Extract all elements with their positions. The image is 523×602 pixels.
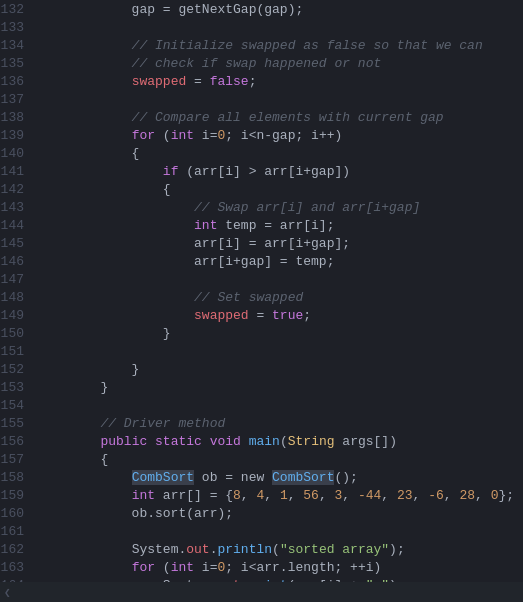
token-comment: // Swap arr[i] and arr[i+gap] xyxy=(38,200,420,215)
line-content: arr[i] = arr[i+gap]; xyxy=(38,236,523,251)
line-number: 135 xyxy=(0,56,38,71)
line-number: 144 xyxy=(0,218,38,233)
line-content: } xyxy=(38,362,523,377)
token-comment: that xyxy=(397,38,428,53)
token-plain: , xyxy=(342,488,358,503)
line-number: 162 xyxy=(0,542,38,557)
token-plain xyxy=(202,434,210,449)
token-plain: ; xyxy=(249,74,257,89)
token-plain: ; i<arr.length; ++i) xyxy=(225,560,381,575)
token-plain: ( xyxy=(155,128,171,143)
token-combsort2: CombSort xyxy=(272,470,334,485)
token-plain: = xyxy=(186,74,209,89)
line-content: for (int i=0; i<n-gap; i++) xyxy=(38,128,523,143)
code-line: 158 CombSort ob = new CombSort(); xyxy=(0,470,523,488)
token-keyword: for xyxy=(132,128,155,143)
token-plain xyxy=(38,74,132,89)
code-line: 144 int temp = arr[i]; xyxy=(0,218,523,236)
token-plain: (arr[i] > arr[i+gap]) xyxy=(178,164,350,179)
token-number: 56 xyxy=(303,488,319,503)
token-plain: , xyxy=(413,488,429,503)
code-line: 163 for (int i=0; i<arr.length; ++i) xyxy=(0,560,523,578)
token-plain: ob.sort(arr); xyxy=(38,506,233,521)
token-plain: i= xyxy=(194,560,217,575)
line-number: 147 xyxy=(0,272,38,287)
line-content: } xyxy=(38,380,523,395)
code-line: 157 { xyxy=(0,452,523,470)
code-line: 145 arr[i] = arr[i+gap]; xyxy=(0,236,523,254)
token-plain: } xyxy=(38,326,171,341)
token-method: main xyxy=(249,434,280,449)
line-content: ob.sort(arr); xyxy=(38,506,523,521)
token-keyword: static xyxy=(155,434,202,449)
token-plain: , xyxy=(444,488,460,503)
line-content: public static void main(String args[]) xyxy=(38,434,523,449)
line-number: 153 xyxy=(0,380,38,395)
token-keyword: for xyxy=(132,560,155,575)
line-number: 157 xyxy=(0,452,38,467)
token-keyword: int xyxy=(194,218,217,233)
token-number: 1 xyxy=(280,488,288,503)
code-line: 151 xyxy=(0,344,523,362)
token-plain: } xyxy=(38,380,108,395)
token-plain: ob = new xyxy=(194,470,272,485)
line-content: System.out.println("sorted array"); xyxy=(38,542,523,557)
code-line: 148 // Set swapped xyxy=(0,290,523,308)
line-number: 149 xyxy=(0,308,38,323)
bottom-arrow: ❮ xyxy=(0,586,11,599)
token-plain: arr[i+gap] = temp; xyxy=(38,254,334,269)
token-plain: , xyxy=(288,488,304,503)
token-keyword: int xyxy=(171,128,194,143)
token-plain: ( xyxy=(155,560,171,575)
token-keyword: false xyxy=(210,74,249,89)
token-plain: ( xyxy=(272,542,280,557)
token-plain: , xyxy=(264,488,280,503)
code-line: 143 // Swap arr[i] and arr[i+gap] xyxy=(0,200,523,218)
line-content: int arr[] = {8, 4, 1, 56, 3, -44, 23, -6… xyxy=(38,488,523,503)
token-plain: arr[] = { xyxy=(155,488,233,503)
line-number: 155 xyxy=(0,416,38,431)
line-number: 134 xyxy=(0,38,38,53)
line-content: gap = getNextGap(gap); xyxy=(38,2,523,17)
line-number: 163 xyxy=(0,560,38,575)
line-number: 151 xyxy=(0,344,38,359)
code-line: 150 } xyxy=(0,326,523,344)
line-content xyxy=(38,272,523,287)
token-plain: } xyxy=(38,362,139,377)
token-plain: }; xyxy=(498,488,514,503)
token-comment: we can xyxy=(428,38,483,53)
line-number: 143 xyxy=(0,200,38,215)
code-line: 136 swapped = false; xyxy=(0,74,523,92)
token-plain: { xyxy=(38,182,171,197)
token-keyword: true xyxy=(272,308,303,323)
line-content xyxy=(38,92,523,107)
line-content: } xyxy=(38,326,523,341)
token-plain: i= xyxy=(194,128,217,143)
token-var: out xyxy=(186,542,209,557)
line-number: 161 xyxy=(0,524,38,539)
line-number: 154 xyxy=(0,398,38,413)
token-var: swapped xyxy=(194,308,249,323)
token-plain xyxy=(147,434,155,449)
bottom-bar: ❮ xyxy=(0,582,523,602)
token-plain xyxy=(38,560,132,575)
line-number: 159 xyxy=(0,488,38,503)
token-plain: = xyxy=(249,308,272,323)
line-content: if (arr[i] > arr[i+gap]) xyxy=(38,164,523,179)
token-plain: gap = getNextGap(gap); xyxy=(38,2,303,17)
token-keyword: int xyxy=(171,560,194,575)
code-line: 133 xyxy=(0,20,523,38)
token-plain: arr[i] = arr[i+gap]; xyxy=(38,236,350,251)
line-content xyxy=(38,344,523,359)
token-plain: , xyxy=(241,488,257,503)
token-comment: // Initialize swapped as false so xyxy=(38,38,397,53)
token-plain: , xyxy=(319,488,335,503)
code-line: 153 } xyxy=(0,380,523,398)
token-comment: // Compare all elements with current gap xyxy=(38,110,444,125)
code-line: 155 // Driver method xyxy=(0,416,523,434)
line-content: // Swap arr[i] and arr[i+gap] xyxy=(38,200,523,215)
token-plain: (); xyxy=(334,470,357,485)
line-number: 158 xyxy=(0,470,38,485)
token-plain: ); xyxy=(389,542,405,557)
token-number: -44 xyxy=(358,488,381,503)
